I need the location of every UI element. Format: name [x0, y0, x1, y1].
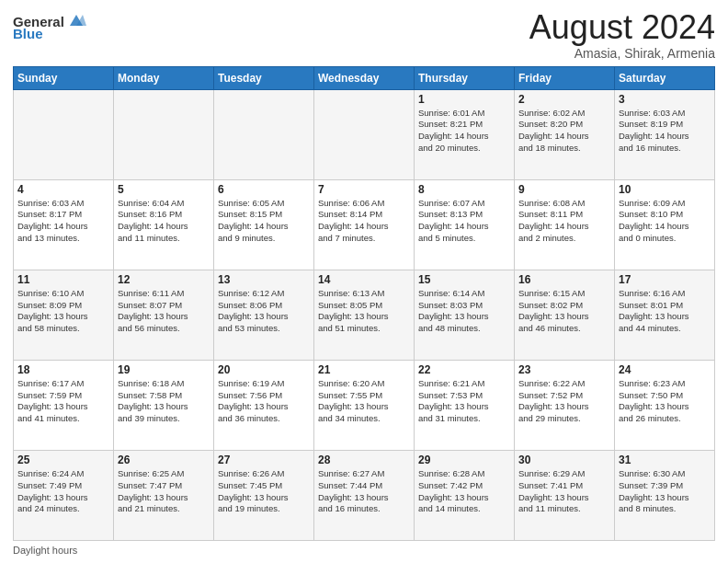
- day-info: Sunrise: 6:03 AM Sunset: 8:17 PM Dayligh…: [17, 198, 109, 245]
- day-info: Sunrise: 6:27 AM Sunset: 7:44 PM Dayligh…: [318, 468, 410, 515]
- day-header-friday: Friday: [515, 66, 615, 89]
- day-info: Sunrise: 6:03 AM Sunset: 8:19 PM Dayligh…: [619, 108, 711, 155]
- logo-blue: Blue: [13, 26, 43, 41]
- day-cell-9: 9Sunrise: 6:08 AM Sunset: 8:11 PM Daylig…: [515, 179, 615, 270]
- day-info: Sunrise: 6:28 AM Sunset: 7:42 PM Dayligh…: [418, 468, 510, 515]
- day-number: 24: [619, 363, 711, 376]
- day-cell-19: 19Sunrise: 6:18 AM Sunset: 7:58 PM Dayli…: [114, 360, 214, 450]
- day-cell-25: 25Sunrise: 6:24 AM Sunset: 7:49 PM Dayli…: [14, 450, 114, 540]
- day-info: Sunrise: 6:02 AM Sunset: 8:20 PM Dayligh…: [518, 108, 610, 155]
- day-info: Sunrise: 6:05 AM Sunset: 8:15 PM Dayligh…: [218, 198, 310, 245]
- day-cell-24: 24Sunrise: 6:23 AM Sunset: 7:50 PM Dayli…: [615, 360, 715, 450]
- day-cell-15: 15Sunrise: 6:14 AM Sunset: 8:03 PM Dayli…: [415, 270, 515, 360]
- page: General Blue August 2024 Amasia, Shirak,…: [0, 0, 728, 563]
- day-info: Sunrise: 6:25 AM Sunset: 7:47 PM Dayligh…: [118, 468, 210, 515]
- day-info: Sunrise: 6:12 AM Sunset: 8:06 PM Dayligh…: [218, 288, 310, 335]
- top-section: General Blue August 2024 Amasia, Shirak,…: [13, 9, 715, 61]
- day-number: 19: [118, 363, 210, 376]
- day-number: 14: [318, 273, 410, 286]
- day-info: Sunrise: 6:06 AM Sunset: 8:14 PM Dayligh…: [318, 198, 410, 245]
- day-cell-27: 27Sunrise: 6:26 AM Sunset: 7:45 PM Dayli…: [214, 450, 314, 540]
- day-number: 21: [318, 363, 410, 376]
- day-info: Sunrise: 6:13 AM Sunset: 8:05 PM Dayligh…: [318, 288, 410, 335]
- day-cell-empty: [114, 89, 214, 179]
- week-row-3: 11Sunrise: 6:10 AM Sunset: 8:09 PM Dayli…: [14, 270, 715, 360]
- day-info: Sunrise: 6:08 AM Sunset: 8:11 PM Dayligh…: [518, 198, 610, 245]
- day-number: 6: [218, 183, 310, 196]
- day-number: 16: [518, 273, 610, 286]
- day-cell-14: 14Sunrise: 6:13 AM Sunset: 8:05 PM Dayli…: [314, 270, 415, 360]
- day-info: Sunrise: 6:23 AM Sunset: 7:50 PM Dayligh…: [619, 378, 711, 425]
- day-info: Sunrise: 6:04 AM Sunset: 8:16 PM Dayligh…: [118, 198, 210, 245]
- day-number: 13: [218, 273, 310, 286]
- day-info: Sunrise: 6:01 AM Sunset: 8:21 PM Dayligh…: [418, 108, 510, 155]
- day-number: 4: [17, 183, 109, 196]
- day-number: 15: [418, 273, 510, 286]
- day-cell-11: 11Sunrise: 6:10 AM Sunset: 8:09 PM Dayli…: [14, 270, 114, 360]
- day-info: Sunrise: 6:20 AM Sunset: 7:55 PM Dayligh…: [318, 378, 410, 425]
- day-cell-6: 6Sunrise: 6:05 AM Sunset: 8:15 PM Daylig…: [214, 179, 314, 270]
- day-cell-2: 2Sunrise: 6:02 AM Sunset: 8:20 PM Daylig…: [515, 89, 615, 179]
- day-number: 3: [619, 93, 711, 106]
- title-section: August 2024 Amasia, Shirak, Armenia: [529, 9, 715, 61]
- day-info: Sunrise: 6:09 AM Sunset: 8:10 PM Dayligh…: [619, 198, 711, 245]
- calendar-table: SundayMondayTuesdayWednesdayThursdayFrid…: [13, 66, 715, 541]
- day-cell-4: 4Sunrise: 6:03 AM Sunset: 8:17 PM Daylig…: [14, 179, 114, 270]
- day-header-monday: Monday: [114, 66, 214, 89]
- day-number: 25: [17, 454, 109, 466]
- day-info: Sunrise: 6:24 AM Sunset: 7:49 PM Dayligh…: [17, 468, 109, 515]
- day-header-saturday: Saturday: [615, 66, 715, 89]
- day-info: Sunrise: 6:18 AM Sunset: 7:58 PM Dayligh…: [118, 378, 210, 425]
- day-info: Sunrise: 6:11 AM Sunset: 8:07 PM Dayligh…: [118, 288, 210, 335]
- day-cell-30: 30Sunrise: 6:29 AM Sunset: 7:41 PM Dayli…: [515, 450, 615, 540]
- day-cell-17: 17Sunrise: 6:16 AM Sunset: 8:01 PM Dayli…: [615, 270, 715, 360]
- day-cell-8: 8Sunrise: 6:07 AM Sunset: 8:13 PM Daylig…: [415, 179, 515, 270]
- day-number: 2: [518, 93, 610, 106]
- day-number: 8: [418, 183, 510, 196]
- day-cell-21: 21Sunrise: 6:20 AM Sunset: 7:55 PM Dayli…: [314, 360, 415, 450]
- day-number: 11: [17, 273, 109, 286]
- day-number: 9: [518, 183, 610, 196]
- day-number: 27: [218, 454, 310, 466]
- day-info: Sunrise: 6:22 AM Sunset: 7:52 PM Dayligh…: [518, 378, 610, 425]
- day-cell-28: 28Sunrise: 6:27 AM Sunset: 7:44 PM Dayli…: [314, 450, 415, 540]
- logo-icon: [66, 13, 86, 29]
- day-cell-16: 16Sunrise: 6:15 AM Sunset: 8:02 PM Dayli…: [515, 270, 615, 360]
- day-number: 29: [418, 454, 510, 466]
- day-header-wednesday: Wednesday: [314, 66, 415, 89]
- footer-note: Daylight hours: [13, 545, 715, 556]
- day-number: 10: [619, 183, 711, 196]
- week-row-4: 18Sunrise: 6:17 AM Sunset: 7:59 PM Dayli…: [14, 360, 715, 450]
- day-number: 5: [118, 183, 210, 196]
- week-row-1: 1Sunrise: 6:01 AM Sunset: 8:21 PM Daylig…: [14, 89, 715, 179]
- day-cell-12: 12Sunrise: 6:11 AM Sunset: 8:07 PM Dayli…: [114, 270, 214, 360]
- header-row: SundayMondayTuesdayWednesdayThursdayFrid…: [14, 66, 715, 89]
- day-cell-23: 23Sunrise: 6:22 AM Sunset: 7:52 PM Dayli…: [515, 360, 615, 450]
- subtitle: Amasia, Shirak, Armenia: [529, 46, 715, 61]
- day-number: 30: [518, 454, 610, 466]
- day-info: Sunrise: 6:07 AM Sunset: 8:13 PM Dayligh…: [418, 198, 510, 245]
- logo: General Blue: [13, 9, 86, 41]
- day-cell-empty: [214, 89, 314, 179]
- day-number: 18: [17, 363, 109, 376]
- day-cell-20: 20Sunrise: 6:19 AM Sunset: 7:56 PM Dayli…: [214, 360, 314, 450]
- day-number: 23: [518, 363, 610, 376]
- week-row-2: 4Sunrise: 6:03 AM Sunset: 8:17 PM Daylig…: [14, 179, 715, 270]
- day-cell-22: 22Sunrise: 6:21 AM Sunset: 7:53 PM Dayli…: [415, 360, 515, 450]
- day-cell-26: 26Sunrise: 6:25 AM Sunset: 7:47 PM Dayli…: [114, 450, 214, 540]
- day-info: Sunrise: 6:30 AM Sunset: 7:39 PM Dayligh…: [619, 468, 711, 515]
- day-info: Sunrise: 6:16 AM Sunset: 8:01 PM Dayligh…: [619, 288, 711, 335]
- day-number: 26: [118, 454, 210, 466]
- day-header-tuesday: Tuesday: [214, 66, 314, 89]
- day-info: Sunrise: 6:21 AM Sunset: 7:53 PM Dayligh…: [418, 378, 510, 425]
- day-cell-1: 1Sunrise: 6:01 AM Sunset: 8:21 PM Daylig…: [415, 89, 515, 179]
- day-number: 31: [619, 454, 711, 466]
- day-number: 1: [418, 93, 510, 106]
- day-cell-13: 13Sunrise: 6:12 AM Sunset: 8:06 PM Dayli…: [214, 270, 314, 360]
- day-header-thursday: Thursday: [415, 66, 515, 89]
- day-header-sunday: Sunday: [14, 66, 114, 89]
- day-info: Sunrise: 6:17 AM Sunset: 7:59 PM Dayligh…: [17, 378, 109, 425]
- day-number: 7: [318, 183, 410, 196]
- main-title: August 2024: [529, 9, 715, 46]
- day-info: Sunrise: 6:19 AM Sunset: 7:56 PM Dayligh…: [218, 378, 310, 425]
